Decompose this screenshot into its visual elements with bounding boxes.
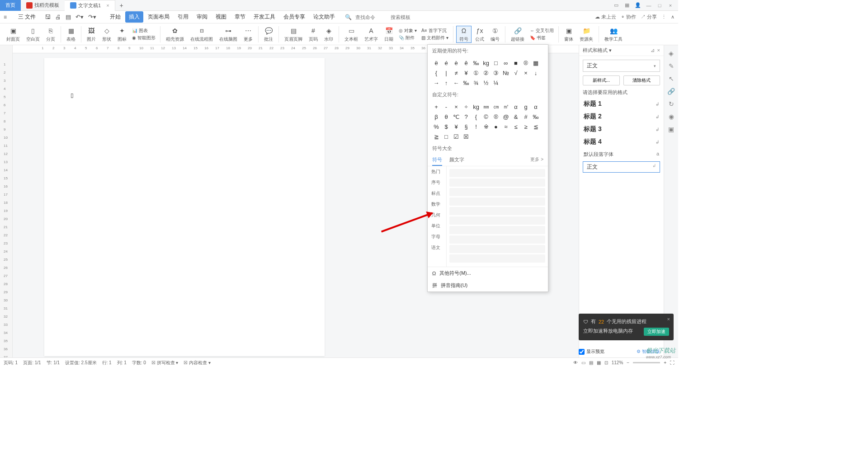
current-style-select[interactable]: 正文 xyxy=(583,60,660,72)
symbol-cell[interactable]: ☒ xyxy=(461,132,471,141)
symbol-category[interactable]: 热门 xyxy=(428,166,446,177)
symbol-cell[interactable]: é xyxy=(441,58,451,68)
symbol-cell[interactable]: è xyxy=(451,58,461,68)
symbol-cell[interactable]: ≥ xyxy=(521,122,531,132)
symbol-cell[interactable]: × xyxy=(451,102,461,112)
symbol-cell[interactable]: ≧ xyxy=(431,132,441,141)
tab-document[interactable]: 文字文稿1× xyxy=(65,0,115,11)
teaching-tools-button[interactable]: 👥教学工具 xyxy=(602,26,625,42)
symbol-cell[interactable]: ¼ xyxy=(491,78,501,88)
bookmark-button[interactable]: 🔖 书签 xyxy=(530,35,554,41)
textbox-button[interactable]: ▭文本框 xyxy=(342,26,361,42)
symbol-cell[interactable]: @ xyxy=(501,112,511,122)
symbol-cell[interactable]: # xyxy=(521,112,531,122)
symbol-cell[interactable]: ≦ xyxy=(531,122,541,132)
cover-page-button[interactable]: ▣封面页 xyxy=(4,26,23,42)
zoom-in-icon[interactable]: + xyxy=(664,360,666,365)
symbol-cell[interactable]: ≤ xyxy=(511,122,521,132)
symbol-cell[interactable]: ● xyxy=(491,122,501,132)
symbol-cell[interactable]: ¾ xyxy=(471,78,481,88)
dropcap-button[interactable]: A≡ 首字下沉 xyxy=(421,28,448,34)
blank-page-button[interactable]: ▯空白页 xyxy=(24,26,42,42)
maximize-button[interactable]: □ xyxy=(656,1,664,9)
symbol-cell[interactable]: ≠ xyxy=(451,68,461,78)
symbol-cell[interactable]: © xyxy=(481,112,491,122)
symbol-cell[interactable]: ® xyxy=(521,58,531,68)
watermark-button[interactable]: ◈水印 xyxy=(321,26,336,42)
symbol-cell[interactable]: ? xyxy=(461,112,471,122)
symbol-cell[interactable]: ¥ xyxy=(461,68,471,78)
symbol-cell[interactable]: β xyxy=(431,112,441,122)
command-search[interactable] xyxy=(355,14,387,20)
outline-mode-icon[interactable]: ▦ xyxy=(597,360,601,365)
symbol-cell[interactable]: ③ xyxy=(491,68,501,78)
object-button[interactable]: ◎ 对象▾ xyxy=(399,28,417,34)
file-menu[interactable]: 三 文件 xyxy=(15,12,38,22)
symbol-cell[interactable]: ▦ xyxy=(531,58,541,68)
collapse-ribbon-icon[interactable]: ∧ xyxy=(671,14,675,20)
close-icon[interactable]: × xyxy=(106,3,109,8)
symbol-cell[interactable]: ® xyxy=(491,112,501,122)
menu-member[interactable]: 会员专享 xyxy=(280,11,309,23)
comment-button[interactable]: 💬批注 xyxy=(261,26,276,42)
layout-icon[interactable]: ▭ xyxy=(612,1,620,9)
menu-dev[interactable]: 开发工具 xyxy=(250,11,279,23)
preview-icon[interactable]: ▤ xyxy=(66,14,71,20)
symbol-cell[interactable]: ■ xyxy=(511,58,521,68)
symbol-cell[interactable]: № xyxy=(501,68,511,78)
symbol-category[interactable]: 序号 xyxy=(428,177,446,188)
symbol-cell[interactable]: ☑ xyxy=(451,132,461,141)
save-icon[interactable]: 🖫 xyxy=(45,14,51,20)
symbol-cell[interactable]: ¥ xyxy=(451,122,461,132)
symbol-cell[interactable]: ℃ xyxy=(451,112,461,122)
table-button[interactable]: ▦表格 xyxy=(64,26,78,42)
symbol-cell[interactable]: ㎡ xyxy=(501,102,511,112)
symbol-cell[interactable]: □ xyxy=(441,132,451,141)
chart-button[interactable]: 📊 图表 xyxy=(132,28,156,34)
symbol-cell[interactable]: → xyxy=(431,78,441,88)
page-number-button[interactable]: #页码 xyxy=(306,26,321,42)
picture-button[interactable]: 🖼图片 xyxy=(84,26,99,42)
share-button[interactable]: ↗ 分享 xyxy=(641,14,657,20)
pin-icon[interactable]: ⊿ xyxy=(651,47,655,53)
formula-button[interactable]: ƒx公式 xyxy=(472,26,487,42)
new-tab-button[interactable]: + xyxy=(115,2,128,9)
tab-home[interactable]: 首页 xyxy=(0,0,21,11)
style-heading-3[interactable]: 标题 3↲ xyxy=(579,123,664,136)
symbol-cell[interactable]: § xyxy=(461,122,471,132)
web-mode-icon[interactable]: ▤ xyxy=(589,360,593,365)
select-icon[interactable]: ↖ xyxy=(669,75,674,82)
diamond-icon[interactable]: ◈ xyxy=(669,50,674,57)
symbol-cell[interactable]: $ xyxy=(441,122,451,132)
refresh-icon[interactable]: ↻ xyxy=(669,100,674,108)
number-button[interactable]: ①编号 xyxy=(488,26,502,42)
symbol-cell[interactable]: ‰ xyxy=(531,112,541,122)
user-avatar[interactable]: 👤 xyxy=(634,1,642,9)
symbol-cell[interactable]: ※ xyxy=(481,122,491,132)
fullscreen-icon[interactable]: ⛶ xyxy=(670,360,675,365)
symbol-cell[interactable]: √ xyxy=(511,68,521,78)
symbol-cell[interactable]: ½ xyxy=(481,78,491,88)
symbol-cell[interactable]: % xyxy=(431,122,441,132)
collab-button[interactable]: ⚬ 协作 xyxy=(621,14,636,20)
header-footer-button[interactable]: ▤页眉页脚 xyxy=(282,26,305,42)
wordart-button[interactable]: A艺术字 xyxy=(362,26,381,42)
style-heading-4[interactable]: 标题 4↲ xyxy=(579,136,664,148)
link-icon[interactable]: 🔗 xyxy=(667,88,675,95)
symbol-cell[interactable]: kg xyxy=(481,58,491,68)
apps-icon[interactable]: ▦ xyxy=(623,1,631,9)
style-heading-1[interactable]: 标题 1↲ xyxy=(579,98,664,110)
symbol-cell[interactable]: { xyxy=(471,112,481,122)
symbol-tab[interactable]: 符号 xyxy=(432,156,442,166)
page-break-button[interactable]: ⎘分页 xyxy=(43,26,58,42)
flowchart-button[interactable]: ⧈在线流程图 xyxy=(188,26,216,42)
close-window-button[interactable]: × xyxy=(666,1,675,9)
hyperlink-button[interactable]: 🔗超链接 xyxy=(508,26,527,42)
symbol-cell[interactable]: × xyxy=(521,68,531,78)
cloud-status[interactable]: ☁ 未上云 xyxy=(595,14,616,20)
redo-icon[interactable]: ↷▾ xyxy=(88,14,96,20)
focus-mode-icon[interactable]: ⊡ xyxy=(604,360,608,365)
hamburger-icon[interactable]: ≡ xyxy=(4,14,13,20)
crossref-button[interactable]: ↔ 交叉引用 xyxy=(530,28,554,34)
symbol-cell[interactable]: α xyxy=(511,102,521,112)
